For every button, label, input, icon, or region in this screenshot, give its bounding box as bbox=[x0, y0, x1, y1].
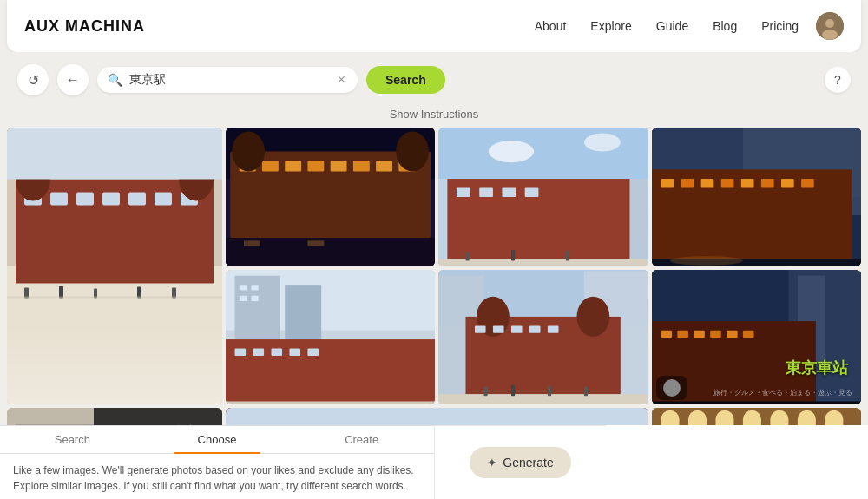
svg-rect-112 bbox=[727, 331, 738, 338]
svg-rect-85 bbox=[226, 401, 435, 404]
svg-rect-101 bbox=[548, 386, 551, 397]
image-tokyo-station-night[interactable] bbox=[226, 128, 435, 266]
svg-rect-9 bbox=[76, 193, 94, 206]
svg-rect-31 bbox=[353, 161, 370, 172]
search-area: ↺ ← 🔍 × Search ? bbox=[0, 52, 868, 108]
clear-button[interactable]: × bbox=[336, 72, 347, 88]
search-button[interactable]: Search bbox=[366, 66, 445, 94]
svg-point-2 bbox=[822, 30, 838, 40]
nav-about[interactable]: About bbox=[535, 19, 567, 33]
svg-rect-63 bbox=[720, 179, 733, 187]
svg-rect-65 bbox=[761, 179, 774, 187]
header: AUX MACHINA About Explore Guide Blog Pri… bbox=[7, 0, 861, 52]
watermark-circle bbox=[663, 379, 681, 397]
svg-rect-75 bbox=[251, 285, 258, 290]
svg-rect-109 bbox=[677, 331, 688, 338]
svg-rect-114 bbox=[652, 401, 861, 404]
svg-rect-96 bbox=[529, 325, 541, 332]
promo-sub: 旅行・グルメ・食べる・泊まる・遊ぶ・見る bbox=[713, 388, 852, 397]
bottom-bar: Search Choose Create Like a few images. … bbox=[0, 425, 868, 499]
svg-rect-32 bbox=[376, 161, 392, 172]
svg-rect-83 bbox=[289, 349, 300, 356]
help-button[interactable]: ? bbox=[825, 67, 851, 93]
svg-rect-48 bbox=[480, 188, 494, 197]
svg-rect-62 bbox=[700, 179, 713, 187]
svg-rect-77 bbox=[251, 296, 258, 301]
svg-rect-52 bbox=[466, 252, 470, 260]
svg-rect-100 bbox=[511, 385, 515, 397]
svg-rect-67 bbox=[801, 179, 814, 187]
search-bar: 🔍 × bbox=[97, 67, 358, 93]
svg-rect-64 bbox=[740, 179, 753, 187]
image-tokyo-station-day[interactable] bbox=[7, 128, 222, 404]
svg-point-45 bbox=[489, 141, 534, 162]
svg-rect-53 bbox=[511, 250, 515, 261]
svg-rect-95 bbox=[511, 325, 523, 332]
svg-rect-93 bbox=[475, 325, 486, 332]
svg-rect-110 bbox=[694, 331, 705, 338]
svg-rect-36 bbox=[307, 240, 324, 246]
refresh-button[interactable]: ↺ bbox=[17, 64, 49, 95]
image-tokyo-station-lit[interactable] bbox=[652, 128, 861, 266]
svg-rect-4 bbox=[7, 266, 222, 405]
nav-blog[interactable]: Blog bbox=[713, 19, 737, 33]
svg-rect-51 bbox=[438, 259, 648, 266]
tab-choose[interactable]: Choose bbox=[145, 426, 290, 453]
search-icon: 🔍 bbox=[108, 73, 122, 87]
svg-rect-11 bbox=[128, 193, 146, 206]
svg-rect-60 bbox=[661, 179, 674, 187]
generate-button[interactable]: ✦ Generate bbox=[470, 447, 570, 478]
tabs-row: Search Choose Create bbox=[0, 426, 434, 454]
svg-rect-27 bbox=[262, 161, 279, 172]
svg-rect-29 bbox=[307, 161, 324, 172]
nav-guide[interactable]: Guide bbox=[656, 19, 688, 33]
svg-rect-43 bbox=[448, 179, 630, 260]
svg-rect-66 bbox=[781, 179, 794, 187]
svg-rect-30 bbox=[331, 161, 347, 172]
svg-rect-82 bbox=[271, 349, 282, 356]
svg-point-46 bbox=[584, 134, 621, 152]
svg-rect-113 bbox=[743, 331, 754, 338]
search-input[interactable] bbox=[129, 73, 336, 87]
nav-explore[interactable]: Explore bbox=[590, 19, 631, 33]
svg-point-38 bbox=[396, 131, 429, 171]
image-tokyo-station-blue[interactable] bbox=[438, 128, 648, 266]
svg-rect-76 bbox=[240, 296, 247, 301]
show-instructions[interactable]: Show Instructions bbox=[0, 108, 868, 121]
svg-rect-84 bbox=[307, 349, 319, 356]
promo-text: 東京車站 bbox=[786, 358, 848, 378]
svg-rect-44 bbox=[438, 128, 648, 179]
generate-section: ✦ Generate bbox=[434, 425, 606, 499]
svg-rect-108 bbox=[661, 331, 672, 338]
svg-rect-94 bbox=[493, 325, 504, 332]
svg-rect-102 bbox=[584, 387, 588, 396]
avatar[interactable] bbox=[816, 12, 844, 40]
back-button[interactable]: ← bbox=[57, 64, 89, 95]
svg-rect-99 bbox=[484, 387, 488, 396]
image-tokyo-promo[interactable]: 東京車站 旅行・グルメ・食べる・泊まる・遊ぶ・見る bbox=[652, 270, 861, 404]
bottom-tabs: Search Choose Create Like a few images. … bbox=[0, 425, 434, 499]
image-modern-historic[interactable] bbox=[226, 270, 435, 404]
image-daytime-plaza[interactable] bbox=[438, 270, 648, 404]
svg-rect-97 bbox=[548, 325, 559, 332]
svg-point-69 bbox=[670, 256, 743, 265]
svg-rect-18 bbox=[59, 286, 63, 299]
svg-rect-22 bbox=[7, 297, 222, 299]
svg-rect-136 bbox=[226, 408, 648, 425]
watermark bbox=[656, 376, 687, 400]
svg-rect-28 bbox=[285, 161, 301, 172]
nav: About Explore Guide Blog Pricing bbox=[535, 19, 799, 33]
svg-rect-10 bbox=[102, 193, 120, 206]
svg-rect-111 bbox=[710, 331, 721, 338]
svg-point-37 bbox=[232, 131, 265, 171]
svg-rect-98 bbox=[438, 394, 648, 404]
tab-search[interactable]: Search bbox=[0, 426, 145, 453]
svg-point-92 bbox=[577, 297, 610, 337]
svg-rect-50 bbox=[525, 188, 539, 197]
tab-create[interactable]: Create bbox=[289, 426, 434, 453]
svg-rect-80 bbox=[234, 349, 246, 356]
nav-pricing[interactable]: Pricing bbox=[761, 19, 799, 33]
logo: AUX MACHINA bbox=[24, 17, 145, 36]
svg-rect-49 bbox=[503, 188, 516, 197]
svg-rect-12 bbox=[155, 193, 172, 206]
